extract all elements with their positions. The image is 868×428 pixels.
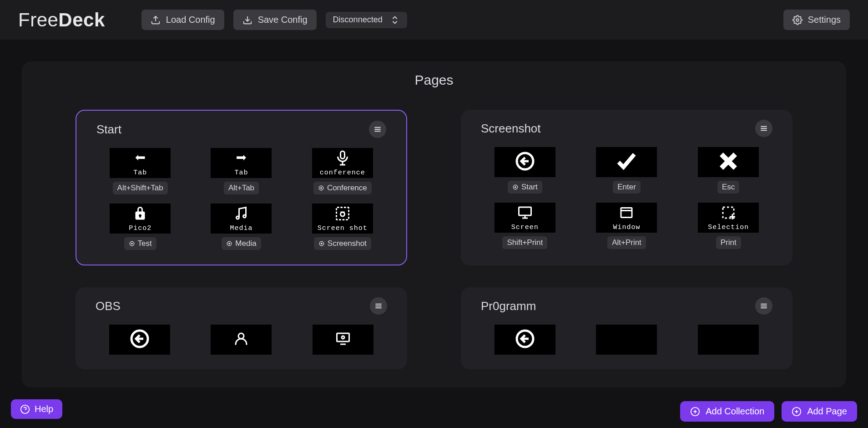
key-image-label: Window bbox=[613, 224, 640, 231]
key-cell[interactable]: MediaMedia bbox=[197, 204, 285, 250]
key-image[interactable]: Pico2 bbox=[110, 204, 171, 234]
key-image[interactable] bbox=[698, 147, 759, 177]
key-image[interactable]: conference bbox=[312, 148, 373, 178]
logo-part-2: Deck bbox=[58, 9, 105, 31]
load-config-button[interactable]: Load Config bbox=[141, 10, 224, 30]
page-menu-button[interactable] bbox=[755, 120, 772, 137]
link-target-icon bbox=[318, 185, 324, 191]
key-badge-label: Alt+Tab bbox=[228, 183, 254, 193]
key-image-label: Tab bbox=[234, 169, 248, 176]
key-cell[interactable]: ScreenShift+Print bbox=[481, 203, 569, 249]
key-cell[interactable]: Pico2Test bbox=[96, 204, 184, 250]
key-glyph-icon bbox=[129, 328, 151, 352]
key-grid: ⬅TabAlt+Shift+Tab➡TabAlt+TabconferenceCo… bbox=[96, 148, 386, 250]
page-card-header: Screenshot bbox=[481, 120, 772, 137]
key-glyph-icon bbox=[717, 149, 740, 175]
key-cell[interactable] bbox=[197, 325, 286, 355]
svg-rect-6 bbox=[340, 151, 344, 159]
key-image[interactable] bbox=[495, 325, 555, 355]
key-image-label: Media bbox=[230, 225, 252, 232]
hamburger-icon bbox=[759, 124, 768, 133]
key-cell[interactable] bbox=[481, 325, 569, 355]
key-image[interactable]: ⬅Tab bbox=[110, 148, 171, 178]
page-card-header: Start bbox=[96, 121, 386, 138]
key-image[interactable] bbox=[698, 325, 759, 355]
upload-icon bbox=[151, 15, 161, 25]
key-image[interactable] bbox=[596, 325, 657, 355]
help-icon bbox=[20, 404, 30, 414]
key-cell[interactable] bbox=[583, 325, 671, 355]
link-target-icon bbox=[129, 240, 135, 247]
key-badge: Conference bbox=[313, 182, 372, 194]
key-badge: Enter bbox=[613, 181, 641, 194]
page-card[interactable]: Start⬅TabAlt+Shift+Tab➡TabAlt+Tabconfere… bbox=[76, 110, 407, 265]
key-cell[interactable]: Screen shotScreenshot bbox=[299, 204, 386, 250]
connection-status-label: Disconnected bbox=[333, 15, 383, 25]
key-image[interactable] bbox=[313, 325, 373, 355]
add-page-button[interactable]: Add Page bbox=[782, 401, 857, 422]
add-collection-button[interactable]: Add Collection bbox=[680, 401, 774, 422]
key-cell[interactable] bbox=[684, 325, 772, 355]
connection-select[interactable]: Disconnected bbox=[326, 12, 407, 28]
svg-point-2 bbox=[796, 19, 799, 21]
key-image[interactable]: Screen bbox=[495, 203, 555, 233]
key-image[interactable] bbox=[109, 325, 170, 355]
settings-label: Settings bbox=[808, 15, 841, 25]
main-content: Pages Start⬅TabAlt+Shift+Tab➡TabAlt+Tabc… bbox=[0, 40, 868, 428]
page-card[interactable]: Pr0gramm bbox=[461, 287, 792, 369]
key-image[interactable]: Media bbox=[211, 204, 272, 234]
key-glyph-icon: ➡ bbox=[236, 150, 247, 168]
save-config-button[interactable]: Save Config bbox=[233, 10, 317, 30]
key-cell[interactable]: ➡TabAlt+Tab bbox=[197, 148, 285, 194]
svg-point-27 bbox=[515, 187, 516, 188]
key-image-label: Selection bbox=[708, 224, 749, 231]
key-cell[interactable]: Enter bbox=[583, 147, 671, 194]
key-image-label: Screen bbox=[511, 224, 539, 231]
key-glyph-icon bbox=[514, 328, 536, 352]
key-image[interactable] bbox=[596, 147, 657, 177]
page-menu-button[interactable] bbox=[755, 297, 772, 315]
key-badge: Shift+Print bbox=[502, 236, 547, 249]
help-button[interactable]: Help bbox=[11, 399, 62, 419]
key-cell[interactable] bbox=[299, 325, 387, 355]
page-name: OBS bbox=[96, 299, 121, 313]
key-glyph-icon bbox=[335, 331, 351, 349]
key-cell[interactable]: ⬅TabAlt+Shift+Tab bbox=[96, 148, 184, 194]
key-image[interactable]: ➡Tab bbox=[211, 148, 272, 178]
key-cell[interactable]: Start bbox=[481, 147, 569, 194]
key-image-label: Pico2 bbox=[129, 225, 151, 232]
key-glyph-icon bbox=[615, 149, 638, 175]
key-badge-label: Conference bbox=[327, 183, 367, 193]
key-badge-label: Start bbox=[521, 183, 538, 192]
page-card[interactable]: OBS bbox=[76, 287, 407, 369]
key-badge-label: Shift+Print bbox=[507, 238, 543, 247]
key-glyph-icon bbox=[233, 331, 249, 349]
key-image[interactable]: Window bbox=[596, 203, 657, 233]
key-cell[interactable]: WindowAlt+Print bbox=[583, 203, 671, 249]
svg-point-20 bbox=[321, 243, 322, 244]
svg-point-10 bbox=[321, 188, 322, 189]
page-menu-button[interactable] bbox=[369, 121, 386, 138]
page-name: Pr0gramm bbox=[481, 299, 536, 313]
key-image[interactable] bbox=[495, 147, 555, 177]
key-glyph-icon bbox=[720, 204, 737, 223]
hamburger-icon bbox=[374, 301, 383, 311]
key-image[interactable]: Selection bbox=[698, 203, 759, 233]
key-glyph-icon bbox=[517, 204, 533, 223]
svg-point-45 bbox=[342, 336, 344, 339]
key-glyph-icon bbox=[618, 204, 635, 223]
key-image[interactable] bbox=[211, 325, 272, 355]
key-cell[interactable] bbox=[96, 325, 184, 355]
svg-point-43 bbox=[238, 333, 244, 339]
link-target-icon bbox=[226, 240, 232, 247]
key-cell[interactable]: conferenceConference bbox=[299, 148, 386, 194]
key-badge: Print bbox=[716, 236, 741, 249]
settings-button[interactable]: Settings bbox=[783, 10, 850, 30]
key-image-label: Tab bbox=[133, 169, 147, 176]
key-cell[interactable]: Esc bbox=[684, 147, 772, 194]
key-image[interactable]: Screen shot bbox=[312, 204, 373, 234]
add-collection-label: Add Collection bbox=[706, 406, 764, 417]
page-menu-button[interactable] bbox=[370, 297, 387, 315]
key-cell[interactable]: SelectionPrint bbox=[684, 203, 772, 249]
page-card[interactable]: ScreenshotStartEnterEscScreenShift+Print… bbox=[461, 110, 792, 265]
